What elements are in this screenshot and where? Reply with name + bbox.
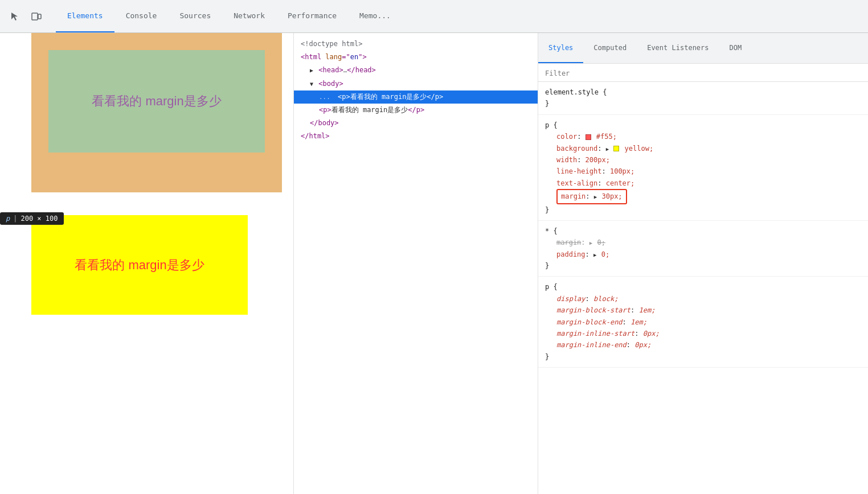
css-selector-element-style: element.style {	[545, 87, 861, 98]
html-html-open[interactable]: <html lang="en">	[294, 51, 538, 64]
css-prop-color: color: #f55;	[545, 131, 861, 142]
css-prop-line-height: line-height: 100px;	[545, 166, 861, 177]
tab-console[interactable]: Console	[114, 0, 169, 32]
element-tooltip: p | 200 × 100	[0, 212, 64, 225]
css-selector-p-ua: p {	[545, 281, 861, 293]
svg-rect-0	[32, 13, 38, 20]
css-prop-margin-inline-end: margin-inline-end: 0px;	[545, 339, 861, 351]
html-html-close[interactable]: </html>	[294, 130, 538, 143]
tab-memory[interactable]: Memo...	[348, 0, 402, 32]
device-toggle-icon[interactable]	[28, 9, 44, 24]
tab-event-listeners[interactable]: Event Listeners	[637, 33, 719, 63]
css-prop-text-align: text-align: center;	[545, 178, 861, 189]
styles-panel: Styles Computed Event Listeners DOM elem…	[538, 33, 868, 494]
css-selector-star: * {	[545, 225, 861, 237]
html-body-open[interactable]: ▼ <body>	[294, 77, 538, 90]
devtools-icon-group	[7, 9, 44, 24]
css-rule-element-style: element.style { }	[538, 82, 868, 115]
green-box-text: 看看我的 margin是多少	[92, 93, 221, 110]
css-prop-background: background: ▶ yellow;	[545, 143, 861, 154]
css-rule-star: * { margin: ▶ 0; padding: ▶ 0; }	[538, 221, 868, 277]
css-rule-p-main: p { color: #f55; background: ▶ yellow; w…	[538, 115, 868, 221]
styles-tab-list: Styles Computed Event Listeners DOM	[538, 33, 868, 64]
css-close-brace: }	[545, 98, 861, 109]
css-prop-margin-inline-start: margin-inline-start: 0px;	[545, 328, 861, 339]
html-doctype[interactable]: <!doctype html>	[294, 38, 538, 51]
elements-panel: <!doctype html> <html lang="en"> ▶ <head…	[293, 33, 538, 494]
html-tree: <!doctype html> <html lang="en"> ▶ <head…	[294, 33, 538, 148]
devtools-tab-list: Elements Console Sources Network Perform…	[56, 0, 402, 32]
html-head[interactable]: ▶ <head>…</head>	[294, 64, 538, 77]
yellow-box-text: 看看我的 margin是多少	[75, 257, 204, 274]
tooltip-size: 200 × 100	[21, 215, 58, 223]
filter-input[interactable]	[545, 69, 861, 77]
html-body-close[interactable]: </body>	[294, 117, 538, 130]
tab-network[interactable]: Network	[222, 0, 276, 32]
css-close-brace-star: }	[545, 260, 861, 271]
tab-sources[interactable]: Sources	[168, 0, 222, 32]
tooltip-separator: |	[13, 215, 17, 223]
tab-computed[interactable]: Computed	[583, 33, 637, 63]
css-rule-p-ua: p { display: block; margin-block-start: …	[538, 277, 868, 368]
tab-performance[interactable]: Performance	[276, 0, 348, 32]
css-prop-width: width: 200px;	[545, 154, 861, 166]
preview-panel: 看看我的 margin是多少 p | 200 × 100 看看我的 margin…	[0, 33, 293, 494]
css-selector-p-main: p {	[545, 120, 861, 131]
tooltip-tag: p	[6, 215, 10, 223]
color-swatch-yellow	[613, 146, 619, 151]
css-close-brace-p-ua: }	[545, 351, 861, 363]
css-prop-star-padding: padding: ▶ 0;	[545, 249, 861, 260]
color-swatch-red	[586, 134, 591, 140]
devtools-topbar: Elements Console Sources Network Perform…	[0, 0, 868, 33]
html-p-second[interactable]: <p>看看我的 margin是多少</p>	[294, 104, 538, 117]
css-prop-margin-block-end: margin-block-end: 1em;	[545, 316, 861, 328]
main-content: 看看我的 margin是多少 p | 200 × 100 看看我的 margin…	[0, 33, 868, 494]
css-prop-display: display: block;	[545, 293, 861, 304]
svg-rect-1	[38, 14, 41, 19]
html-p-selected[interactable]: ... <p>看看我的 margin是多少</p>	[294, 90, 538, 104]
tab-dom[interactable]: DOM	[719, 33, 752, 63]
css-prop-star-margin: margin: ▶ 0;	[545, 237, 861, 248]
tab-elements[interactable]: Elements	[56, 0, 114, 32]
filter-bar	[538, 64, 868, 82]
green-box: 看看我的 margin是多少	[48, 50, 265, 153]
css-prop-margin-block-start: margin-block-start: 1em;	[545, 304, 861, 316]
cursor-icon[interactable]	[7, 9, 23, 24]
yellow-box: 看看我的 margin是多少	[31, 215, 248, 315]
tab-styles[interactable]: Styles	[538, 33, 583, 63]
css-close-brace-p: }	[545, 204, 861, 216]
css-prop-margin: margin: ▶ 30px;	[545, 189, 861, 204]
